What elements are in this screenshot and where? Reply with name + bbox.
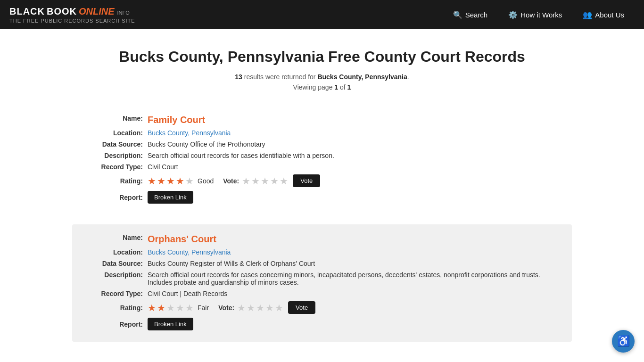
- orphans-court-location[interactable]: Bucks County, Pennsylvania: [148, 248, 558, 256]
- orphans-court-recordtype: Civil Court | Death Records: [148, 290, 558, 297]
- rating-label: Rating:: [86, 177, 148, 185]
- record-orphans-court: Name: Orphans' Court Location: Bucks Cou…: [72, 224, 572, 342]
- report-row: Report: Broken Link: [86, 191, 558, 204]
- nav-how-it-works[interactable]: ⚙️ How it Works: [498, 0, 572, 29]
- star-4: ★: [176, 302, 184, 313]
- logo-book-text: BOOK: [47, 6, 77, 17]
- vote-star-2[interactable]: ★: [247, 302, 255, 313]
- vote-star-5[interactable]: ★: [280, 175, 288, 187]
- recordtype-label: Record Type:: [86, 163, 148, 171]
- star-2: ★: [157, 175, 165, 187]
- star-3: ★: [166, 302, 175, 313]
- vote-star-1[interactable]: ★: [242, 175, 250, 187]
- vote-stars[interactable]: ★ ★ ★ ★ ★: [237, 302, 283, 313]
- family-court-datasource: Bucks County Office of the Prothonotary: [148, 140, 558, 148]
- orphans-court-name-link[interactable]: Orphans' Court: [148, 234, 558, 245]
- vote-star-3[interactable]: ★: [256, 302, 264, 313]
- broken-link-button[interactable]: Broken Link: [148, 318, 193, 330]
- vote-label: Vote:: [218, 304, 234, 312]
- vote-button[interactable]: Vote: [288, 301, 315, 314]
- name-row: Name: Orphans' Court: [86, 234, 558, 245]
- results-text: results were returned for: [244, 73, 318, 81]
- location-label: Location:: [86, 129, 148, 137]
- description-label: Description:: [86, 152, 148, 159]
- orphans-court-description: Search official court records for cases …: [148, 271, 558, 286]
- page-of: of: [340, 83, 347, 91]
- vote-star-4[interactable]: ★: [265, 302, 274, 313]
- logo-info-text: INFO: [117, 10, 130, 16]
- vote-star-2[interactable]: ★: [251, 175, 260, 187]
- star-5: ★: [185, 302, 194, 313]
- logo: BLACK BOOK ONLINE INFO THE FREE PUBLIC R…: [9, 6, 135, 24]
- location-row: Location: Bucks County, Pennsylvania: [86, 129, 558, 137]
- record-family-court: Name: Family Court Location: Bucks Count…: [72, 105, 572, 215]
- location-label: Location:: [86, 248, 148, 256]
- datasource-label: Data Source:: [86, 140, 148, 148]
- vote-label: Vote:: [223, 177, 239, 185]
- paging-info: Viewing page 1 of 1: [72, 83, 572, 91]
- name-label: Name:: [86, 234, 148, 241]
- datasource-label: Data Source:: [86, 260, 148, 267]
- name-row: Name: Family Court: [86, 115, 558, 125]
- site-header: BLACK BOOK ONLINE INFO THE FREE PUBLIC R…: [0, 0, 644, 29]
- accessibility-icon: ♿: [617, 335, 630, 347]
- rating-label: Rating:: [86, 304, 148, 312]
- vote-star-3[interactable]: ★: [261, 175, 269, 187]
- description-label: Description:: [86, 271, 148, 279]
- page-title: Bucks County, Pennsylvania Free County C…: [72, 48, 572, 66]
- vote-star-1[interactable]: ★: [237, 302, 246, 313]
- description-row: Description: Search official court recor…: [86, 271, 558, 286]
- recordtype-label: Record Type:: [86, 290, 148, 297]
- accessibility-button[interactable]: ♿: [612, 330, 635, 353]
- datasource-row: Data Source: Bucks County Register of Wi…: [86, 260, 558, 267]
- search-icon: 🔍: [453, 10, 462, 19]
- logo-online-text: ONLINE: [79, 6, 115, 17]
- page-total: 1: [347, 83, 351, 91]
- description-row: Description: Search official court recor…: [86, 152, 558, 159]
- report-label: Report:: [86, 194, 148, 201]
- star-2: ★: [157, 302, 165, 313]
- results-count: 13: [235, 73, 242, 81]
- vote-stars[interactable]: ★ ★ ★ ★ ★: [242, 175, 288, 187]
- logo-tagline: THE FREE PUBLIC RECORDS SEARCH SITE: [9, 18, 135, 24]
- page-label: Viewing page: [293, 83, 335, 91]
- star-1: ★: [148, 175, 156, 187]
- family-court-recordtype: Civil Court: [148, 163, 558, 171]
- results-info: 13 results were returned for Bucks Count…: [72, 73, 572, 81]
- rating-text: Good: [198, 177, 214, 185]
- rating-row: Rating: ★ ★ ★ ★ ★ Fair Vote: ★ ★ ★ ★ ★ V…: [86, 301, 558, 314]
- report-label: Report:: [86, 321, 148, 328]
- family-court-description: Search official court records for cases …: [148, 152, 558, 159]
- main-content: Bucks County, Pennsylvania Free County C…: [63, 29, 581, 362]
- record-civil-court: Name: Civil Court: [72, 351, 572, 362]
- name-label: Name:: [86, 115, 148, 122]
- rating-row: Rating: ★ ★ ★ ★ ★ Good Vote: ★ ★ ★ ★ ★ V…: [86, 174, 558, 187]
- family-court-location[interactable]: Bucks County, Pennsylvania: [148, 129, 558, 137]
- vote-star-4[interactable]: ★: [270, 175, 279, 187]
- star-5: ★: [185, 175, 194, 187]
- page-current: 1: [334, 83, 338, 91]
- recordtype-row: Record Type: Civil Court: [86, 163, 558, 171]
- nav-about-us[interactable]: 👥 About Us: [572, 0, 635, 29]
- nav-how-it-works-label: How it Works: [520, 11, 562, 19]
- orphans-court-datasource: Bucks County Register of Wills & Clerk o…: [148, 260, 558, 267]
- broken-link-button[interactable]: Broken Link: [148, 191, 193, 204]
- star-4: ★: [176, 175, 184, 187]
- main-nav: 🔍 Search ⚙️ How it Works 👥 About Us: [443, 0, 635, 29]
- report-row: Report: Broken Link: [86, 318, 558, 330]
- datasource-row: Data Source: Bucks County Office of the …: [86, 140, 558, 148]
- results-location: Bucks County, Pennsylvania: [317, 73, 407, 81]
- logo-black-text: BLACK: [9, 6, 45, 17]
- nav-search-label: Search: [465, 11, 488, 19]
- nav-search[interactable]: 🔍 Search: [443, 0, 498, 29]
- family-court-name-link[interactable]: Family Court: [148, 115, 558, 125]
- rating-text: Fair: [198, 304, 209, 312]
- vote-star-5[interactable]: ★: [275, 302, 283, 313]
- gear-icon: ⚙️: [508, 10, 518, 19]
- star-3: ★: [166, 175, 175, 187]
- nav-about-us-label: About Us: [595, 11, 624, 19]
- vote-button[interactable]: Vote: [293, 174, 320, 187]
- star-1: ★: [148, 302, 156, 313]
- rating-stars: ★ ★ ★ ★ ★: [148, 175, 194, 187]
- people-icon: 👥: [583, 10, 592, 19]
